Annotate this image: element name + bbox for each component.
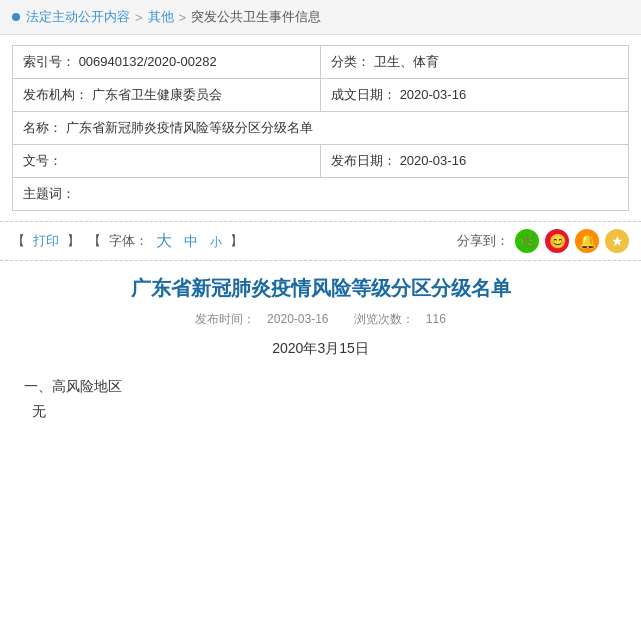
title-cell: 名称： 广东省新冠肺炎疫情风险等级分区分级名单 [13,112,629,145]
bracket-close2: 】 [230,232,243,250]
table-row: 名称： 广东省新冠肺炎疫情风险等级分区分级名单 [13,112,629,145]
publish-date-value: 2020-03-16 [400,153,467,168]
toolbar: 【 打印 】 【 字体： 大 中 小 】 分享到： 🌿 😊 🔔 ★ [0,221,641,261]
share-weibo-button[interactable]: 😊 [545,229,569,253]
breadcrumb-icon [12,13,20,21]
bracket-open: 【 [12,232,25,250]
bracket-close: 】 [67,232,80,250]
toolbar-right: 分享到： 🌿 😊 🔔 ★ [457,229,629,253]
bracket-open2: 【 [88,232,101,250]
publisher-value: 广东省卫生健康委员会 [92,87,222,102]
article-title: 广东省新冠肺炎疫情风险等级分区分级名单 [24,273,617,303]
meta-publish-prefix: 发布时间： [195,312,255,326]
category-cell: 分类： 卫生、体育 [321,46,629,79]
publisher-cell: 发布机构： 广东省卫生健康委员会 [13,79,321,112]
print-button[interactable]: 打印 [33,232,59,250]
index-no-value: 006940132/2020-00282 [79,54,217,69]
keywords-cell: 主题词： [13,178,629,211]
share-wechat-button[interactable]: 🌿 [515,229,539,253]
publish-date-cell: 发布日期： 2020-03-16 [321,145,629,178]
meta-views: 116 [426,312,446,326]
index-no-cell: 索引号： 006940132/2020-00282 [13,46,321,79]
table-row: 索引号： 006940132/2020-00282 分类： 卫生、体育 [13,46,629,79]
font-mid-button[interactable]: 中 [184,233,198,251]
doc-no-label: 文号： [23,153,62,168]
article-body: 一、高风险地区 无 [24,374,617,424]
title-label: 名称： [23,120,62,135]
index-no-label: 索引号： [23,54,75,69]
table-row: 发布机构： 广东省卫生健康委员会 成文日期： 2020-03-16 [13,79,629,112]
category-value: 卫生、体育 [374,54,439,69]
table-row: 主题词： [13,178,629,211]
article: 广东省新冠肺炎疫情风险等级分区分级名单 发布时间：2020-03-16 浏览次数… [0,263,641,452]
share-label: 分享到： [457,232,509,250]
publisher-label: 发布机构： [23,87,88,102]
breadcrumb-link-0[interactable]: 法定主动公开内容 [26,8,130,26]
breadcrumb: 法定主动公开内容 > 其他 > 突发公共卫生事件信息 [0,0,641,35]
written-date-cell: 成文日期： 2020-03-16 [321,79,629,112]
article-meta: 发布时间：2020-03-16 浏览次数：116 [24,311,617,328]
category-label: 分类： [331,54,370,69]
publish-date-label: 发布日期： [331,153,396,168]
written-date-label: 成文日期： [331,87,396,102]
breadcrumb-link-1[interactable]: 其他 [148,8,174,26]
share-bell-button[interactable]: 🔔 [575,229,599,253]
section-content-0: 无 [32,399,617,424]
doc-no-cell: 文号： [13,145,321,178]
breadcrumb-sep-1: > [179,10,187,25]
font-label: 字体： [109,232,148,250]
font-small-button[interactable]: 小 [210,234,222,251]
font-size-buttons: 大 中 小 [156,231,222,252]
title-value: 广东省新冠肺炎疫情风险等级分区分级名单 [66,120,313,135]
share-star-button[interactable]: ★ [605,229,629,253]
table-row: 文号： 发布日期： 2020-03-16 [13,145,629,178]
breadcrumb-current: 突发公共卫生事件信息 [191,8,321,26]
article-section-0: 一、高风险地区 无 [24,374,617,424]
keywords-label: 主题词： [23,186,75,201]
breadcrumb-sep-0: > [135,10,143,25]
info-table: 索引号： 006940132/2020-00282 分类： 卫生、体育 发布机构… [12,45,629,211]
meta-views-prefix: 浏览次数： [354,312,414,326]
written-date-value: 2020-03-16 [400,87,467,102]
toolbar-left: 【 打印 】 【 字体： 大 中 小 】 [12,231,243,252]
meta-publish-date: 2020-03-16 [267,312,328,326]
article-date: 2020年3月15日 [24,340,617,358]
font-large-button[interactable]: 大 [156,231,172,252]
section-title-0: 一、高风险地区 [24,374,617,399]
